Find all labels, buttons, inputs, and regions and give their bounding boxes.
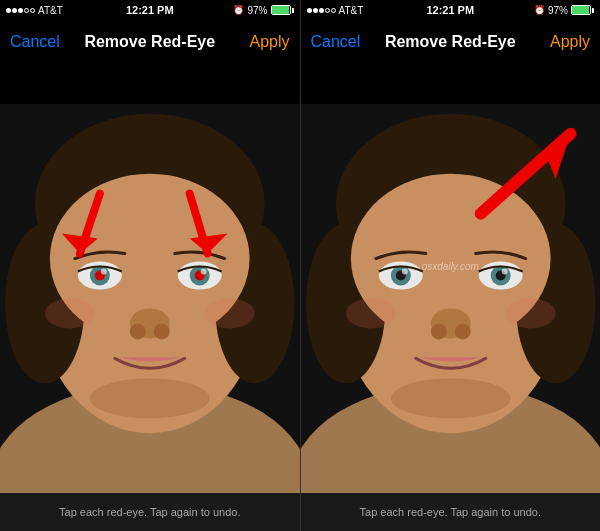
instruction-text-right: Tap each red-eye. Tap again to undo. [360,506,541,518]
svg-point-14 [101,269,107,275]
svg-point-41 [501,269,507,275]
instruction-left: Tap each red-eye. Tap again to undo. [0,493,300,531]
photo-area-right [301,64,601,493]
svg-point-15 [201,269,207,275]
status-bar-left: AT&T 12:21 PM ⏰ 97% [0,0,300,20]
svg-point-17 [130,323,146,339]
status-right-left: ⏰ 97% [233,5,293,16]
dot1 [6,8,11,13]
face-image-left [0,64,300,493]
svg-point-18 [154,323,170,339]
apply-button-right[interactable]: Apply [550,33,590,51]
instruction-text-left: Tap each red-eye. Tap again to undo. [59,506,240,518]
face-image-right [301,64,601,493]
svg-point-20 [45,298,95,328]
svg-point-45 [390,378,510,418]
cancel-button-right[interactable]: Cancel [311,33,361,51]
panel-before: AT&T 12:21 PM ⏰ 97% Cancel Remove Red-Ey… [0,0,301,531]
instruction-right: Tap each red-eye. Tap again to undo. [301,493,601,531]
alarm-icon-right: ⏰ [534,5,545,15]
dot2r [313,8,318,13]
svg-point-21 [205,298,255,328]
carrier-label-left: AT&T [38,5,63,16]
status-left-left: AT&T [6,5,63,16]
dot3r [319,8,324,13]
dot5 [30,8,35,13]
time-left: 12:21 PM [126,4,174,16]
svg-point-47 [505,298,555,328]
apply-button-left[interactable]: Apply [249,33,289,51]
battery-pct-right: 97% [548,5,568,16]
svg-point-43 [430,323,446,339]
status-bar-right: AT&T 12:21 PM ⏰ 97% [301,0,601,20]
panel-after: osxdaily.com AT&T 12:21 PM ⏰ 97% [301,0,601,531]
carrier-label-right: AT&T [339,5,364,16]
battery-right [571,5,594,15]
nav-title-right: Remove Red-Eye [385,33,516,51]
dot1r [307,8,312,13]
dot4r [325,8,330,13]
cancel-button-left[interactable]: Cancel [10,33,60,51]
svg-point-46 [345,298,395,328]
alarm-icon-left: ⏰ [233,5,244,15]
nav-bar-left: Cancel Remove Red-Eye Apply [0,20,300,64]
nav-bar-right: Cancel Remove Red-Eye Apply [301,20,601,64]
dot2 [12,8,17,13]
dot5r [331,8,336,13]
signal-bars-right [307,8,336,13]
nav-title-left: Remove Red-Eye [84,33,215,51]
signal-bars-left [6,8,35,13]
photo-area-left [0,64,300,493]
dot4 [24,8,29,13]
time-right: 12:21 PM [426,4,474,16]
battery-pct-left: 97% [247,5,267,16]
dot3 [18,8,23,13]
status-left-right: AT&T [307,5,364,16]
battery-left [271,5,294,15]
svg-point-19 [90,378,210,418]
svg-point-44 [454,323,470,339]
svg-point-40 [401,269,407,275]
status-right-right: ⏰ 97% [534,5,594,16]
